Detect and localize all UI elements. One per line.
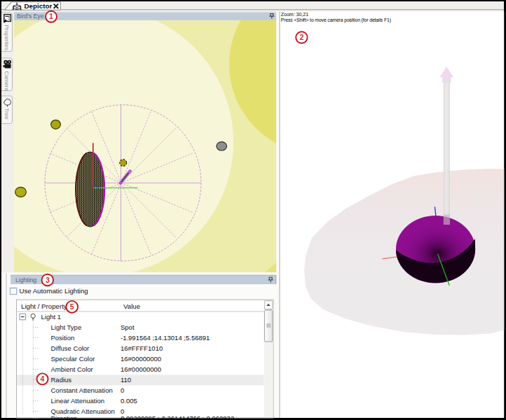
svg-text:Linear Attenuation: Linear Attenuation [51,397,105,405]
svg-text:Spot: Spot [121,323,135,331]
svg-text:0.005: 0.005 [121,397,137,405]
svg-text:Position: Position [51,334,75,342]
svg-text:Tree: Tree [4,108,10,120]
svg-text:Properties: Properties [4,25,10,50]
svg-text:16#FFFF1010: 16#FFFF1010 [121,344,163,352]
svg-text:Light 1: Light 1 [41,313,62,321]
svg-text:Bird's Eye: Bird's Eye [17,13,44,20]
svg-text:Specular Color: Specular Color [51,355,95,363]
svg-text:3: 3 [46,276,50,284]
svg-text:Value: Value [123,302,140,310]
svg-text:Diffuse Color: Diffuse Color [51,344,90,352]
svg-text:2: 2 [299,33,303,41]
svg-text:16#00000000: 16#00000000 [121,365,161,373]
svg-text:0.09200095 ;-0.261414766 ;-0.9: 0.09200095 ;-0.261414766 ;-0.960832 [121,414,234,420]
svg-text:16#00000000: 16#00000000 [121,355,161,363]
svg-text:Camera: Camera [4,71,10,92]
svg-text:Light / Property: Light / Property [21,302,67,310]
svg-text:1: 1 [49,12,53,20]
svg-text:Ambient Color: Ambient Color [51,365,93,373]
svg-text:Constant Attenuation: Constant Attenuation [51,386,113,394]
svg-text:Radius: Radius [51,376,72,384]
svg-text:Depictor: Depictor [25,2,53,10]
svg-text:-1.991564 ;14.13014 ;5.56891: -1.991564 ;14.13014 ;5.56891 [121,334,210,342]
svg-text:Lighting: Lighting [15,276,36,284]
svg-text:Zoom: 30,21: Zoom: 30,21 [281,12,308,17]
svg-text:Direction: Direction [51,414,78,420]
svg-text:Use Automatic Lighting: Use Automatic Lighting [20,287,88,295]
svg-text:110: 110 [121,376,131,384]
svg-text:4: 4 [41,374,45,383]
svg-text:5: 5 [70,302,74,311]
svg-text:Light Type: Light Type [51,323,82,331]
svg-text:Press <Shift> to move camera p: Press <Shift> to move camera position (f… [281,18,391,23]
svg-text:0: 0 [121,386,124,394]
